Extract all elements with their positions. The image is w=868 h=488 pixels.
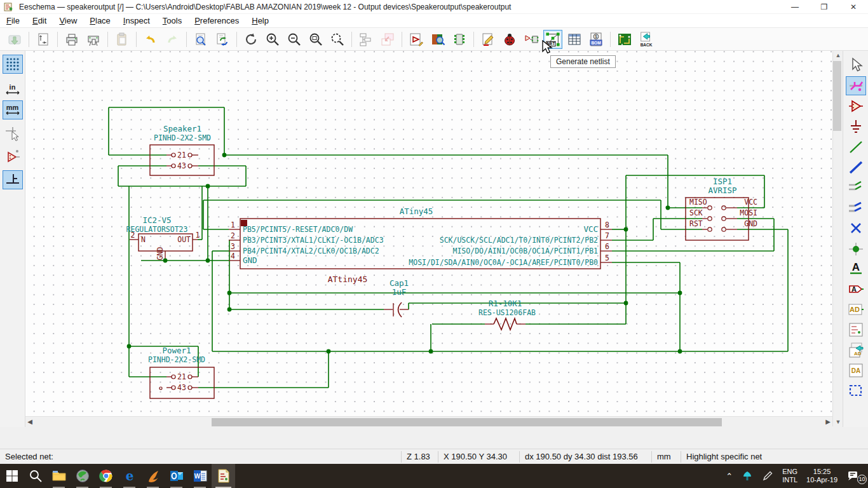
schematic-text[interactable]: 4 [231,252,235,261]
assign-footprints-button[interactable] [522,30,541,49]
schematic-text[interactable]: 21 [177,372,186,381]
bom-button[interactable]: $BOM [587,30,606,49]
taskbar-edge[interactable]: e [118,464,141,488]
global-label-tool-button[interactable]: A [846,280,866,299]
junction-dot[interactable] [624,227,628,232]
schematic-text[interactable]: RES-US1206FAB [478,308,536,317]
schematic-text[interactable]: PB4/PCINT4/XTAL2/CLK0/OC1B/ADC2 [243,247,379,255]
paste-button[interactable] [112,30,132,49]
pin-circle[interactable] [722,217,726,220]
pin-circle[interactable] [172,375,175,379]
maximize-button[interactable]: ❐ [810,0,839,14]
units-mm-button[interactable]: mm [3,100,23,119]
scroll-left-arrow[interactable]: ◀ [25,417,34,427]
pin-circle[interactable] [708,217,712,220]
hv-wire-mode-button[interactable] [3,170,23,189]
redraw-button[interactable] [241,30,261,49]
pin-circle[interactable] [722,227,726,231]
schematic-text[interactable]: PINHD-2X2-SMD [148,355,205,364]
schematic-text[interactable]: 21 [177,151,186,159]
schematic-text[interactable]: MISO/DO/AIN1/OC0B/OC1A/PCINT1/PB1 [453,247,599,255]
zoom-selection-button[interactable] [328,30,347,49]
junction-dot[interactable] [666,206,670,210]
schematic-text[interactable]: MOSI/DI/SDA/AIN0/OC0A/-OC1A/AREF/PCINT0/… [409,258,598,267]
search-button[interactable] [24,464,47,488]
tray-app-icon[interactable] [737,464,757,488]
taskbar-eeschema[interactable] [212,464,235,488]
run-pcbnew-button[interactable] [615,30,634,49]
taskbar-chrome[interactable] [94,464,118,488]
find-replace-button[interactable] [213,30,232,49]
taskbar-bird-app[interactable] [141,464,165,488]
leave-sheet-button[interactable] [378,30,397,49]
schematic-text[interactable]: OUT [177,235,191,244]
menu-view[interactable]: View [53,15,83,27]
wire-to-bus-entry-tool-button[interactable] [846,178,866,197]
hierarchy-navigator-button[interactable] [356,30,376,49]
tray-language[interactable]: ENGINTL [778,464,802,488]
no-connect-tool-button[interactable] [846,219,866,238]
print-button[interactable] [62,30,81,49]
pin-circle[interactable] [188,164,192,168]
junction-dot[interactable] [206,184,210,189]
save-button[interactable] [5,30,24,49]
hidden-pins-button[interactable] [3,147,23,166]
pin-circle[interactable] [722,206,726,210]
schematic-text[interactable]: PB3/PCINT3/XTAL1/CLKI/-OC1B/ADC3 [243,236,384,245]
minimize-button[interactable]: — [780,0,810,14]
schematic-text[interactable]: ATiny45 [400,207,433,216]
annotate-button[interactable] [478,30,498,49]
net-label-tool-button[interactable]: A [846,259,866,278]
taskbar-outlook[interactable] [165,464,188,488]
schematic-text[interactable]: ATtiny45 [328,274,368,284]
schematic-text[interactable]: 8 [605,220,609,229]
pin-circle[interactable] [172,153,175,157]
junction-dot[interactable] [206,259,210,263]
redo-button[interactable] [163,30,182,49]
grid-toggle-button[interactable] [3,55,23,74]
undo-button[interactable] [141,30,160,49]
hierarchical-label-tool-button[interactable]: AD [846,300,866,319]
hierarchical-sheet-tool-button[interactable] [846,320,866,339]
tray-chevron[interactable]: ⌃ [721,464,737,488]
schematic-text[interactable]: AVRISP [708,186,736,195]
pin-circle[interactable] [172,386,175,390]
schematic-text[interactable]: Cap1 [390,278,409,288]
cursor-shape-button[interactable] [3,125,23,144]
schematic-text[interactable]: SCK/USCK/SCL/ADC1/T0/INT0/PCINT2/PB2 [440,236,598,245]
page-settings-button[interactable] [34,30,53,49]
menu-tools[interactable]: Tools [156,15,188,27]
schematic-text[interactable]: GND [243,255,257,265]
zoom-fit-button[interactable] [306,30,325,49]
tray-clock[interactable]: 15:2510-Apr-19 [802,464,842,488]
schematic-text[interactable]: 43 [177,161,186,170]
units-inches-button[interactable]: in [3,80,23,99]
tray-notifications[interactable]: 10 [842,464,868,488]
scroll-down-arrow[interactable]: ▼ [833,417,843,426]
menu-file[interactable]: File [0,15,26,27]
symbol-browser-button[interactable] [428,30,447,49]
component-shape[interactable] [494,318,517,330]
pin-circle[interactable] [708,206,712,210]
junction-dot[interactable] [222,153,227,158]
pin-circle[interactable] [159,387,162,390]
menu-place[interactable]: Place [83,15,117,27]
vertical-scroll-thumb[interactable] [833,61,841,131]
schematic-text[interactable]: MOSI [740,208,757,217]
close-button[interactable]: ✕ [839,0,868,14]
schematic-text[interactable]: ISP1 [713,177,732,186]
junction-dot[interactable] [327,349,331,354]
schematic-text[interactable]: IC2-V5 [142,215,171,225]
menu-help[interactable]: Help [245,15,275,27]
zoom-out-button[interactable] [285,30,304,49]
schematic-text[interactable]: GND [744,219,757,228]
place-symbol-tool-button[interactable] [846,97,866,116]
junction-dot[interactable] [227,291,232,295]
scroll-up-arrow[interactable]: ▲ [833,51,843,60]
pin-circle[interactable] [188,153,192,157]
junction-dot[interactable] [678,291,682,295]
schematic-text[interactable]: 6 [605,242,609,251]
schematic-text[interactable]: N [141,235,146,244]
schematic-text[interactable]: MISO [689,198,707,207]
symbol-fields-table-button[interactable] [565,30,584,49]
